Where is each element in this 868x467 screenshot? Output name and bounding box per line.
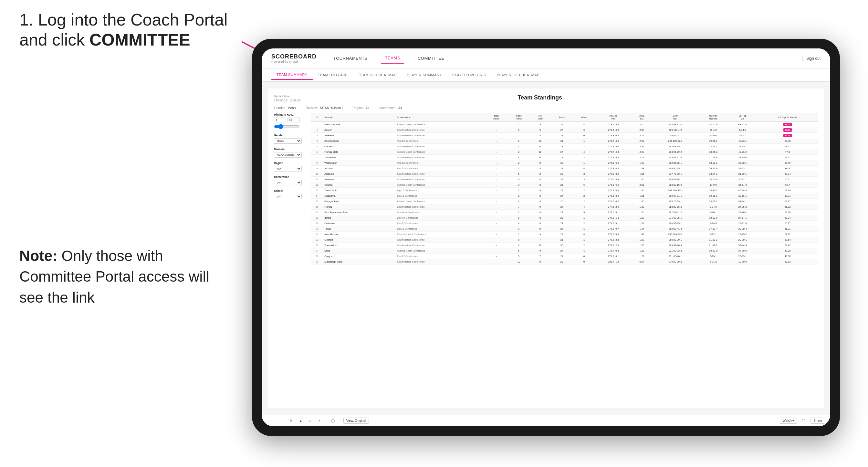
toolbar-share2[interactable]: ▲ xyxy=(297,418,304,424)
min-rounds-min[interactable] xyxy=(274,118,286,122)
table-cell: 87.21 xyxy=(757,127,818,133)
table-cell: 9 xyxy=(530,248,551,253)
table-cell: New Mexico xyxy=(323,231,396,237)
col-vs-top-50: Vs Top 50 Points xyxy=(757,113,818,122)
view-original-button[interactable]: View: Original xyxy=(343,417,369,424)
main-nav: TOURNAMENTS TEAMS COMMITTEE xyxy=(330,53,802,64)
toolbar-refresh[interactable]: ↻ xyxy=(287,418,294,424)
table-cell: 4 xyxy=(573,149,595,155)
table-cell: 6 xyxy=(573,182,595,188)
watch-button[interactable]: Watch ▾ xyxy=(780,417,797,424)
sub-nav-team-h2h-grid[interactable]: TEAM H2H GRID xyxy=(313,70,353,80)
sidebar-school-select[interactable]: (All) xyxy=(274,194,302,199)
table-cell: 40-26-2 xyxy=(728,149,757,155)
sub-nav-team-h2h-heatmap[interactable]: TEAM H2H HEATMAP xyxy=(353,70,402,80)
filter-row: Gender: Men's Division: NCAA Division I … xyxy=(274,106,818,110)
table-cell: 60.94 xyxy=(757,171,818,177)
table-cell: 16 xyxy=(311,204,323,210)
table-cell: 2 xyxy=(573,221,595,226)
toolbar-time[interactable]: ◯ xyxy=(329,418,337,424)
sub-nav-player-h2h-heatmap[interactable]: PLAYER H2H HEATMAP xyxy=(492,70,545,80)
table-cell: 4 xyxy=(573,122,595,127)
table-cell: 63.49 xyxy=(757,160,818,166)
table-cell: 268 83-15-0 xyxy=(652,182,699,188)
table-cell: – xyxy=(485,259,507,264)
table-cell: 24-25-2 xyxy=(728,204,757,210)
sidebar-conference-select[interactable]: (All) xyxy=(274,180,302,185)
table-cell: 0 xyxy=(573,259,595,264)
table-cell: 13 xyxy=(311,188,323,193)
table-row: 25OregonPac-12 Conference–57210279.5 -3.… xyxy=(311,253,818,259)
table-cell: 279.1 -1.4 xyxy=(595,215,631,221)
sidebar-division-select[interactable]: NCAA Division I NCAA Division II xyxy=(274,152,302,158)
sub-nav-player-summary[interactable]: PLAYER SUMMARY xyxy=(402,70,447,80)
table-cell: 8 xyxy=(530,215,551,221)
table-cell: 10 xyxy=(530,243,551,248)
share-button[interactable]: Share xyxy=(810,417,825,424)
table-cell: 255 109-24-2 xyxy=(652,231,699,237)
table-cell: 21 xyxy=(551,253,574,259)
table-row: 20TexasBig 12 Conference–38241278.9 -0.7… xyxy=(311,226,818,231)
table-cell: 2 xyxy=(573,198,595,204)
table-cell: 54-4-0 xyxy=(728,127,757,133)
table-cell: Vanderbilt xyxy=(323,133,396,138)
table-cell: 5 xyxy=(507,253,530,259)
school-section: School (All) xyxy=(274,189,306,199)
toolbar-divider-2 xyxy=(340,418,340,424)
table-cell: Texas xyxy=(323,226,396,231)
table-cell: 1.55 xyxy=(632,210,652,215)
rounds-slider[interactable] xyxy=(274,124,300,129)
table-row: 16FloridaSoutheastern Conference–7924427… xyxy=(311,204,818,210)
table-cell: 32-16-1 xyxy=(728,193,757,198)
table-row: 23Texas A&MSoutheastern Conference–91030… xyxy=(311,243,818,248)
toolbar-fullscreen[interactable]: ⛶ xyxy=(800,418,807,424)
table-cell: Arkansas xyxy=(323,177,396,182)
conference-filter: Conference: All xyxy=(379,106,402,110)
sidebar-region-select[interactable]: N/A All xyxy=(274,166,302,172)
col-wins: Wins xyxy=(573,113,595,122)
update-time-value: 27/03/2024 16:56:26 xyxy=(274,98,301,103)
sidebar-division-label: Division xyxy=(274,148,306,151)
toolbar-forward[interactable]: → xyxy=(277,418,284,424)
table-cell: 279.5 -3.1 xyxy=(595,253,631,259)
table-cell: 8 xyxy=(530,259,551,264)
min-rounds-max[interactable] xyxy=(287,118,300,122)
table-cell: Big Ten Conference xyxy=(396,215,485,221)
toolbar-plus[interactable]: + xyxy=(317,418,322,424)
table-cell: 262 86-25-1 xyxy=(652,160,699,166)
sub-nav-player-h2h-grid[interactable]: PLAYER H2H GRID xyxy=(447,70,492,80)
table-cell: – xyxy=(485,243,507,248)
table-cell: 8 xyxy=(530,210,551,215)
table-cell: 1.98 xyxy=(632,160,652,166)
table-cell: – xyxy=(485,215,507,221)
table-cell: 60.71 xyxy=(757,177,818,182)
sign-out-button[interactable]: Sign out xyxy=(806,56,820,61)
toolbar-bookmark[interactable]: □ xyxy=(308,418,313,424)
table-cell: 23 xyxy=(551,160,574,166)
committee-bold: COMMITTEE xyxy=(90,30,190,49)
toolbar-back[interactable]: ← xyxy=(267,418,274,424)
standings-title: Team Standings xyxy=(301,94,779,101)
sidebar-gender-select[interactable]: Men's Women's xyxy=(274,138,302,144)
nav-tournaments[interactable]: TOURNAMENTS xyxy=(330,53,371,63)
table-cell: 276.8 -6.0 xyxy=(595,182,631,188)
table-row: 13Texas TechBig 12 Conference–19272276.9… xyxy=(311,188,818,193)
table-cell: – xyxy=(485,171,507,177)
table-cell: 264 96-29-2 xyxy=(652,149,699,155)
nav-committee[interactable]: COMMITTEE xyxy=(414,53,448,63)
division-value: NCAA Division I xyxy=(320,106,343,110)
table-cell: 23-16-2 xyxy=(728,210,757,215)
table-row: 24DukeAtlantic Coast Conference–59271278… xyxy=(311,248,818,253)
nav-teams[interactable]: TEAMS xyxy=(381,53,404,64)
table-cell: 13-13-0 xyxy=(699,215,728,221)
table-cell: Big 12 Conference xyxy=(396,188,485,193)
table-cell: 2 xyxy=(507,160,530,166)
col-conference: Conference xyxy=(396,113,485,122)
table-cell: 2.70 xyxy=(632,122,652,127)
table-cell: 27 xyxy=(551,122,574,127)
table-cell: 278.7 -0.4 xyxy=(595,248,631,253)
table-cell: – xyxy=(485,177,507,182)
sub-nav-team-summary[interactable]: TEAM SUMMARY xyxy=(271,70,313,80)
instruction-step: 1. Log into the Coach Portal and click C… xyxy=(20,10,239,50)
table-cell: 7 xyxy=(311,155,323,160)
